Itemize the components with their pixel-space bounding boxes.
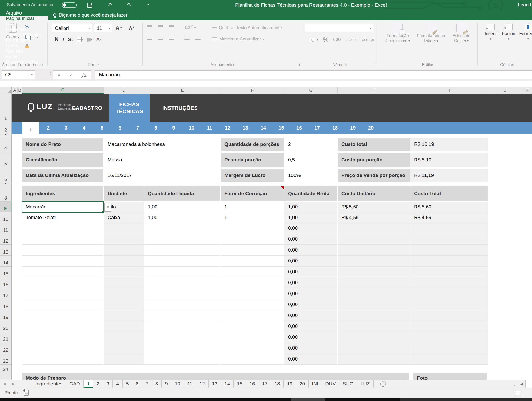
- row-header[interactable]: 12: [0, 234, 11, 245]
- column-header[interactable]: B: [18, 87, 22, 94]
- cell-fator-correcao[interactable]: [221, 245, 284, 256]
- cell-custo-total[interactable]: [410, 332, 488, 343]
- row-header[interactable]: 4: [0, 137, 11, 152]
- normal-view-icon[interactable]: [515, 391, 520, 395]
- cell-ingrediente[interactable]: [22, 267, 103, 277]
- cell-ingrediente[interactable]: [22, 288, 103, 299]
- cell-custo-unitario[interactable]: [338, 234, 410, 245]
- insert-cells-button[interactable]: ← Inserir▾: [482, 24, 499, 41]
- cell-quantidade-liquida[interactable]: [144, 310, 220, 321]
- cell-ingrediente[interactable]: [22, 343, 103, 354]
- sheet-tab[interactable]: 15: [234, 380, 246, 388]
- number-dialog-launcher[interactable]: [372, 64, 375, 66]
- row-header[interactable]: 9: [0, 202, 11, 212]
- cell-ingrediente[interactable]: [22, 321, 103, 332]
- column-header[interactable]: C: [22, 87, 104, 94]
- align-center-icon[interactable]: [158, 37, 163, 40]
- font-color-icon[interactable]: A: [96, 37, 100, 42]
- next-sheet-icon[interactable]: ▶: [9, 380, 18, 388]
- page-number-tab[interactable]: 13: [236, 122, 254, 134]
- cell-quantidade-bruta[interactable]: 0,00: [284, 223, 337, 234]
- page-number-tab[interactable]: 20: [362, 122, 380, 134]
- sheet-tab[interactable]: 13: [209, 380, 221, 388]
- info-label-cell[interactable]: Margem de Lucro: [221, 169, 284, 182]
- cell-unidade[interactable]: [104, 321, 144, 332]
- cell-unidade[interactable]: [104, 288, 144, 299]
- number-format-select[interactable]: ▾: [305, 24, 373, 32]
- row-header[interactable]: 11: [0, 223, 11, 234]
- cell-custo-unitario[interactable]: [338, 332, 410, 343]
- cell-fator-correcao[interactable]: [221, 321, 284, 332]
- cell-ingrediente[interactable]: [22, 332, 103, 343]
- row-header[interactable]: 16: [0, 277, 11, 288]
- prev-sheet-icon[interactable]: ◀: [0, 380, 9, 388]
- column-header[interactable]: J: [488, 87, 522, 94]
- dropdown-button[interactable]: ▼: [104, 203, 111, 212]
- row-header[interactable]: 22: [0, 343, 11, 354]
- row-header[interactable]: 3: [0, 134, 11, 137]
- ribbon-tab[interactable]: Arquivo: [0, 10, 48, 16]
- sheet-tab[interactable]: CAD: [66, 380, 84, 388]
- cell-fator-correcao[interactable]: [221, 299, 284, 310]
- sheet-tab[interactable]: DUV: [322, 380, 339, 388]
- row-header[interactable]: 17: [0, 288, 11, 299]
- nav-tab[interactable]: INSTRUÇÕES: [154, 94, 216, 122]
- cell-custo-unitario[interactable]: [338, 256, 410, 267]
- sheet-tab[interactable]: INI: [309, 380, 322, 388]
- insert-function-icon[interactable]: ƒx: [82, 72, 87, 78]
- column-header[interactable]: I: [410, 87, 488, 94]
- cell-fator-correcao[interactable]: [221, 343, 284, 354]
- user-name[interactable]: Leand: [518, 2, 531, 8]
- thousands-icon[interactable]: 000: [333, 37, 341, 42]
- cell-ingrediente[interactable]: [22, 299, 103, 310]
- cell-fator-correcao[interactable]: [221, 354, 284, 365]
- ribbon-tab[interactable]: Desenvolvedor: [0, 59, 48, 65]
- column-header[interactable]: D: [104, 87, 144, 94]
- cell-custo-total[interactable]: [410, 256, 488, 267]
- hscroll-left-icon[interactable]: ◀: [520, 382, 523, 386]
- page-number-tab[interactable]: 2: [39, 122, 57, 134]
- cell-unidade[interactable]: [104, 343, 144, 354]
- cell-quantidade-bruta[interactable]: 0,00: [284, 321, 337, 332]
- sheet-tab[interactable]: 6: [132, 380, 142, 388]
- cell-fator-correcao[interactable]: [221, 267, 284, 277]
- cell-fator-correcao[interactable]: [221, 332, 284, 343]
- page-number-tab[interactable]: 1: [22, 122, 39, 137]
- cell-fator-correcao[interactable]: [221, 288, 284, 299]
- info-label-cell[interactable]: Preço de Venda por porção: [338, 169, 410, 182]
- font-dialog-launcher[interactable]: [137, 64, 140, 66]
- cell-custo-total[interactable]: R$ 4,59: [410, 212, 488, 223]
- row-header[interactable]: 13: [0, 245, 11, 256]
- horizontal-scrollbar[interactable]: [525, 380, 532, 388]
- modo-de-preparo-header[interactable]: Modo de Preparo: [22, 373, 409, 380]
- info-value-cell[interactable]: Macarronada à bolonhesa: [104, 138, 220, 151]
- sheet-tab[interactable]: 1: [84, 380, 94, 388]
- font-size-select[interactable]: 11▾: [94, 24, 112, 32]
- cell-quantidade-liquida[interactable]: [144, 267, 220, 277]
- header-quantidade-bruta[interactable]: Quantidade Bruta: [284, 186, 337, 201]
- formula-bar-handle[interactable]: ⋮: [48, 71, 53, 75]
- column-header[interactable]: F: [221, 87, 284, 94]
- underline-button[interactable]: S: [68, 36, 71, 42]
- info-label-cell[interactable]: Custo total: [338, 138, 410, 151]
- cell-custo-unitario[interactable]: [338, 310, 410, 321]
- ribbon-tab[interactable]: Exibir: [0, 54, 48, 59]
- header-unidade[interactable]: Unidade: [104, 186, 144, 201]
- row-header[interactable]: 2: [0, 122, 11, 134]
- header-fator-correcao[interactable]: Fator de Correção: [221, 186, 284, 201]
- sheet-tab[interactable]: 18: [271, 380, 284, 388]
- sheet-tab[interactable]: 9: [162, 380, 171, 388]
- header-custo-total[interactable]: Custo Total: [410, 186, 488, 201]
- percent-icon[interactable]: %: [323, 36, 328, 43]
- cell-custo-unitario[interactable]: [338, 267, 410, 277]
- cell-quantidade-bruta[interactable]: 0,00: [284, 288, 337, 299]
- wrap-text-button[interactable]: Quebrar Texto Automaticamente: [212, 25, 282, 30]
- cell-custo-total[interactable]: [410, 288, 488, 299]
- cell-custo-total[interactable]: [410, 277, 488, 288]
- row-header[interactable]: 24: [0, 365, 11, 373]
- sheet-tab[interactable]: 20: [296, 380, 309, 388]
- cell-fator-correcao[interactable]: [221, 310, 284, 321]
- cell-quantidade-liquida[interactable]: [144, 288, 220, 299]
- row-header[interactable]: 8: [0, 186, 11, 202]
- cancel-icon[interactable]: ×: [58, 72, 61, 78]
